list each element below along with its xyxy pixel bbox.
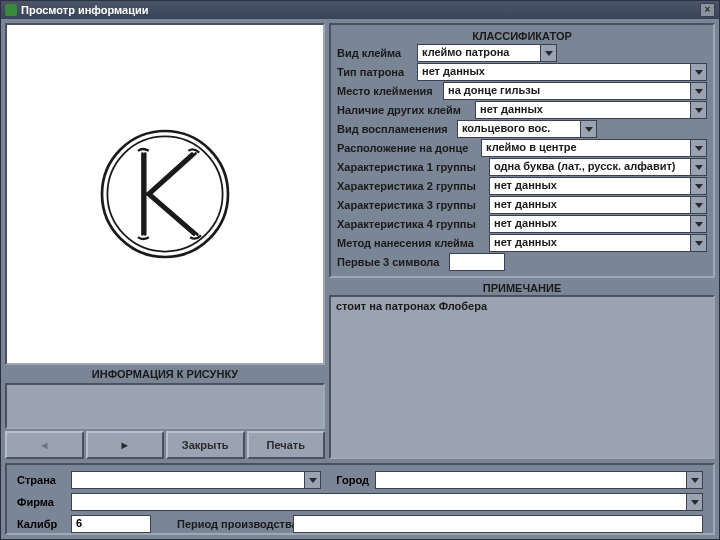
- chevron-down-icon[interactable]: [690, 178, 706, 194]
- chevron-down-icon[interactable]: [690, 159, 706, 175]
- label-char1: Характеристика 1 группы: [337, 161, 489, 173]
- chevron-down-icon[interactable]: [690, 216, 706, 232]
- combo-other-stamps[interactable]: нет данных: [475, 101, 707, 119]
- label-char3: Характеристика 3 группы: [337, 199, 489, 211]
- combo-char1[interactable]: одна буква (лат., русск. алфавит): [489, 158, 707, 176]
- chevron-down-icon[interactable]: [304, 472, 320, 488]
- bottom-panel: Страна Город Фирма Калибр: [5, 463, 715, 535]
- app-icon: [5, 4, 17, 16]
- combo-char4[interactable]: нет данных: [489, 215, 707, 233]
- nav-prev-button[interactable]: ◄: [5, 431, 84, 459]
- label-firm: Фирма: [17, 496, 65, 508]
- classifier-panel: КЛАССИФИКАТОР Вид клейма клеймо патрона …: [329, 23, 715, 278]
- combo-country[interactable]: [71, 471, 321, 489]
- input-period[interactable]: [293, 515, 703, 533]
- chevron-down-icon[interactable]: [580, 121, 596, 137]
- label-ignition: Вид воспламенения: [337, 123, 457, 135]
- input-first3[interactable]: [449, 253, 505, 271]
- combo-stamp-kind[interactable]: клеймо патрона: [417, 44, 557, 62]
- chevron-down-icon[interactable]: [690, 197, 706, 213]
- label-stamp-kind: Вид клейма: [337, 47, 417, 59]
- combo-firm[interactable]: [71, 493, 703, 511]
- chevron-down-icon[interactable]: [690, 83, 706, 99]
- chevron-down-icon[interactable]: [540, 45, 556, 61]
- label-first3: Первые 3 символа: [337, 256, 449, 268]
- input-caliber[interactable]: 6: [71, 515, 151, 533]
- chevron-down-icon[interactable]: [690, 102, 706, 118]
- label-stamp-place: Место клеймения: [337, 85, 443, 97]
- info-viewer-window: Просмотр информации × ИНФОРМАЦИЯ К РИСУН…: [0, 0, 720, 540]
- titlebar: Просмотр информации ×: [1, 1, 719, 19]
- label-city: Город: [327, 474, 369, 486]
- stamp-drawing: [75, 104, 255, 284]
- classifier-header: КЛАССИФИКАТОР: [337, 29, 707, 43]
- chevron-down-icon[interactable]: [690, 64, 706, 80]
- label-period: Период производства: [157, 518, 287, 530]
- upper-row: ИНФОРМАЦИЯ К РИСУНКУ ◄ ► Закрыть Печать …: [5, 23, 715, 459]
- label-country: Страна: [17, 474, 65, 486]
- label-caliber: Калибр: [17, 518, 65, 530]
- combo-char2[interactable]: нет данных: [489, 177, 707, 195]
- label-cartridge-type: Тип патрона: [337, 66, 417, 78]
- nav-row: ◄ ► Закрыть Печать: [5, 431, 325, 459]
- label-location: Расположение на донце: [337, 142, 481, 154]
- note-textarea[interactable]: стоит на патронах Флобера: [329, 295, 715, 459]
- info-textarea[interactable]: [5, 383, 325, 429]
- combo-city[interactable]: [375, 471, 703, 489]
- left-column: ИНФОРМАЦИЯ К РИСУНКУ ◄ ► Закрыть Печать: [5, 23, 325, 459]
- chevron-down-icon[interactable]: [686, 472, 702, 488]
- chevron-down-icon[interactable]: [690, 140, 706, 156]
- note-header: ПРИМЕЧАНИЕ: [329, 281, 715, 295]
- window-title: Просмотр информации: [21, 4, 700, 16]
- label-other-stamps: Наличие других клейм: [337, 104, 475, 116]
- combo-stamp-place[interactable]: на донце гильзы: [443, 82, 707, 100]
- combo-ignition[interactable]: кольцевого вос.: [457, 120, 597, 138]
- label-method: Метод нанесения клейма: [337, 237, 489, 249]
- right-column: КЛАССИФИКАТОР Вид клейма клеймо патрона …: [329, 23, 715, 459]
- close-button[interactable]: Закрыть: [166, 431, 245, 459]
- svg-point-0: [102, 131, 228, 257]
- content-area: ИНФОРМАЦИЯ К РИСУНКУ ◄ ► Закрыть Печать …: [1, 19, 719, 539]
- info-header: ИНФОРМАЦИЯ К РИСУНКУ: [5, 367, 325, 381]
- note-panel: ПРИМЕЧАНИЕ стоит на патронах Флобера: [329, 281, 715, 459]
- svg-point-1: [107, 136, 222, 251]
- chevron-down-icon[interactable]: [686, 494, 702, 510]
- nav-next-button[interactable]: ►: [86, 431, 165, 459]
- chevron-down-icon[interactable]: [690, 235, 706, 251]
- close-icon[interactable]: ×: [700, 3, 715, 17]
- combo-cartridge-type[interactable]: нет данных: [417, 63, 707, 81]
- label-char4: Характеристика 4 группы: [337, 218, 489, 230]
- label-char2: Характеристика 2 группы: [337, 180, 489, 192]
- combo-char3[interactable]: нет данных: [489, 196, 707, 214]
- combo-location[interactable]: клеймо в центре: [481, 139, 707, 157]
- stamp-image-panel: [5, 23, 325, 365]
- combo-method[interactable]: нет данных: [489, 234, 707, 252]
- print-button[interactable]: Печать: [247, 431, 326, 459]
